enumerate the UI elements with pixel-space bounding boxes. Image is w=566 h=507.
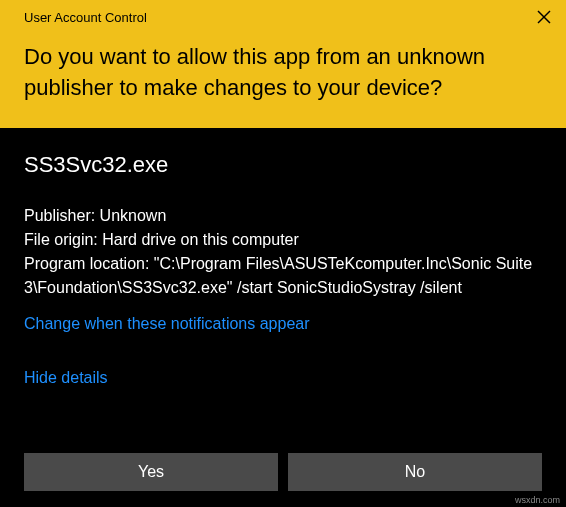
no-button[interactable]: No (288, 453, 542, 491)
change-notifications-link[interactable]: Change when these notifications appear (24, 312, 542, 336)
watermark: wsxdn.com (515, 495, 560, 505)
location-label: Program location: (24, 255, 149, 272)
uac-question: Do you want to allow this app from an un… (24, 42, 542, 104)
origin-row: File origin: Hard drive on this computer (24, 228, 542, 252)
publisher-row: Publisher: Unknown (24, 204, 542, 228)
button-row: Yes No (0, 453, 566, 507)
origin-label: File origin: (24, 231, 98, 248)
hide-details-link[interactable]: Hide details (24, 366, 542, 390)
dialog-body: SS3Svc32.exe Publisher: Unknown File ori… (0, 128, 566, 453)
uac-dialog: User Account Control Do you want to allo… (0, 0, 566, 507)
dialog-header: Do you want to allow this app from an un… (0, 32, 566, 128)
origin-value: Hard drive on this computer (102, 231, 299, 248)
publisher-value: Unknown (100, 207, 167, 224)
titlebar: User Account Control (0, 0, 566, 32)
close-icon[interactable] (534, 7, 554, 27)
yes-button[interactable]: Yes (24, 453, 278, 491)
app-name: SS3Svc32.exe (24, 152, 542, 178)
location-row: Program location: "C:\Program Files\ASUS… (24, 252, 542, 300)
publisher-label: Publisher: (24, 207, 95, 224)
titlebar-title: User Account Control (24, 10, 147, 25)
